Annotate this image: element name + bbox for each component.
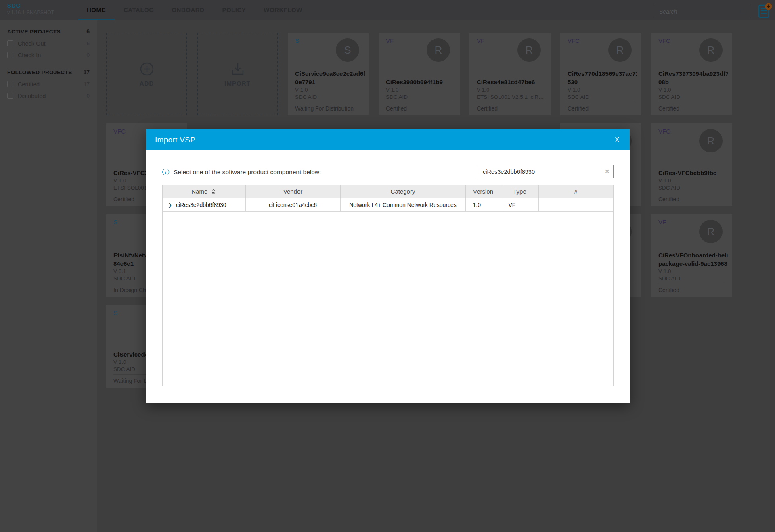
column-header-vendor[interactable]: Vendor: [245, 185, 340, 198]
column-header-version[interactable]: Version: [465, 185, 501, 198]
import-vsp-modal: Import VSP X i Select one of the softwar…: [146, 129, 630, 403]
modal-footer: [146, 394, 630, 403]
vsp-category: Network L4+ Common Network Resources: [340, 198, 465, 211]
modal-header: Import VSP X: [146, 129, 630, 150]
clear-search-icon[interactable]: ✕: [605, 168, 610, 175]
column-header-type[interactable]: Type: [501, 185, 538, 198]
modal-title: Import VSP: [155, 136, 195, 144]
expand-chevron-icon[interactable]: ❯: [168, 202, 172, 208]
vsp-version: 1.0: [465, 198, 501, 211]
vsp-table-row[interactable]: ❯ ciRes3e2dbb6f8930 ciLicense01a4cbc6 Ne…: [163, 198, 613, 211]
column-header-hash[interactable]: #: [538, 185, 613, 198]
vsp-hash: [538, 198, 613, 211]
select-instruction: Select one of the software product compo…: [174, 169, 321, 176]
vsp-name: ciRes3e2dbb6f8930: [176, 202, 226, 208]
vsp-search: ✕: [478, 165, 614, 178]
column-header-category[interactable]: Category: [340, 185, 465, 198]
column-header-name[interactable]: Name: [163, 185, 245, 198]
vsp-type: VF: [501, 198, 538, 211]
table-header-row: Name Vendor Category Version Type #: [163, 185, 613, 198]
sort-ascending-icon: [210, 188, 216, 194]
vsp-vendor: ciLicense01a4cbc6: [245, 198, 340, 211]
info-icon: i: [162, 169, 169, 175]
modal-body: i Select one of the software product com…: [146, 150, 630, 386]
vsp-search-input[interactable]: [478, 165, 613, 178]
close-icon[interactable]: X: [613, 135, 621, 145]
vsp-table: Name Vendor Category Version Type #: [162, 185, 614, 386]
